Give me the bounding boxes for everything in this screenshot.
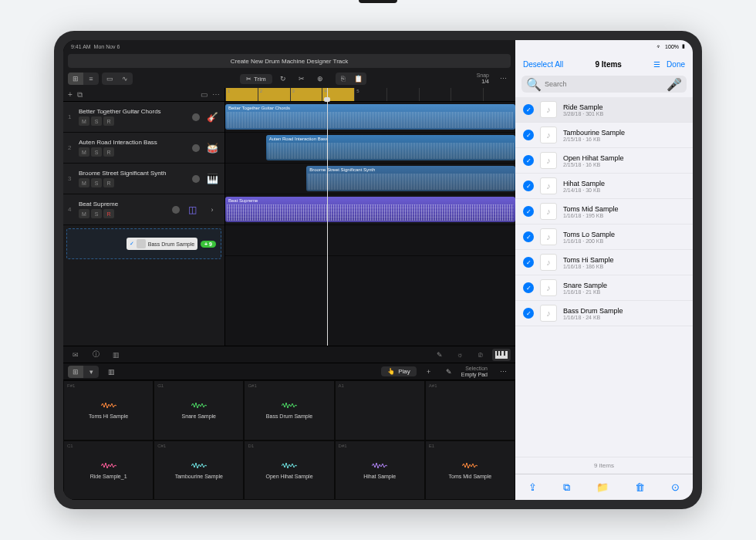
solo-button[interactable]: S (91, 209, 102, 218)
more-icon[interactable]: ⊙ (671, 481, 680, 493)
pad-more-button[interactable]: ⋯ (495, 366, 511, 378)
volume-knob[interactable] (192, 113, 200, 121)
sliders-icon[interactable]: ⎚ (472, 349, 488, 361)
pad-list-button[interactable]: ▾ (83, 366, 99, 378)
record-button[interactable]: R (103, 147, 114, 157)
snap-indicator[interactable]: Snap 1/4 (474, 73, 492, 84)
record-button[interactable]: R (103, 209, 114, 218)
ruler-bar[interactable]: 1 (225, 88, 258, 101)
drum-pad[interactable]: E1 Toms Mid Sample (425, 440, 515, 501)
view-list-button[interactable]: ≡ (83, 73, 99, 85)
view-grid-button[interactable]: ⊞ (68, 73, 83, 85)
volume-knob[interactable] (172, 206, 180, 214)
deselect-all-button[interactable]: Deselect All (523, 60, 563, 69)
record-button[interactable]: R (103, 178, 114, 187)
playhead[interactable] (327, 88, 328, 346)
drum-pad[interactable]: C#1 Tambourine Sample (154, 440, 244, 501)
track-header[interactable]: 2 Auten Road Interaction Bass M S R 🥁 (63, 133, 224, 164)
checkbox-checked-icon[interactable]: ✓ (523, 257, 534, 268)
share-icon[interactable]: ⇪ (528, 481, 537, 493)
drum-pad[interactable]: C1 Ride Sample_1 (63, 440, 154, 501)
drum-pad[interactable]: D#1 Hihat Sample (335, 440, 425, 501)
timeline-ruler[interactable]: 12345 (225, 88, 515, 102)
add-pad-button[interactable]: + (421, 366, 437, 378)
file-row[interactable]: ✓ ♪ Tambourine Sample 2/15/18 · 16 KB (515, 123, 693, 148)
file-row[interactable]: ✓ ♪ Snare Sample 1/16/18 · 21 KB (515, 275, 693, 301)
timeline[interactable]: 12345 Better Together Guitar Chords Aute… (225, 88, 515, 346)
file-list[interactable]: ✓ ♪ Ride Sample 3/28/18 · 301 KB ✓ ♪ Tam… (515, 97, 693, 457)
checkbox-checked-icon[interactable]: ✓ (523, 130, 534, 140)
pencil-icon[interactable]: ✎ (432, 349, 447, 361)
automation-button[interactable]: ∿ (117, 73, 133, 85)
inbox-icon[interactable]: ✉ (68, 349, 83, 361)
library-icon[interactable]: ▥ (108, 349, 123, 361)
drum-pad[interactable]: D1 Open Hihat Sample (244, 440, 334, 501)
paste-button[interactable]: 📋 (351, 73, 366, 85)
ruler-bar[interactable] (483, 88, 515, 101)
file-row[interactable]: ✓ ♪ Bass Drum Sample 1/16/18 · 24 KB (515, 301, 693, 326)
mic-icon[interactable]: 🎤 (667, 77, 682, 92)
play-button[interactable]: 👆Play (381, 366, 417, 376)
duplicate-track-button[interactable]: ⧉ (77, 90, 83, 100)
info-icon[interactable]: ⓘ (88, 349, 103, 361)
drum-pad[interactable]: F#1 Toms Hi Sample (63, 380, 154, 440)
pad-grid-button[interactable]: ⊞ (68, 366, 83, 378)
checkbox-checked-icon[interactable]: ✓ (523, 231, 534, 242)
mute-button[interactable]: M (79, 178, 89, 187)
checkbox-checked-icon[interactable]: ✓ (523, 155, 534, 166)
ruler-bar[interactable]: 3 (290, 88, 322, 101)
join-button[interactable]: ⊕ (312, 73, 328, 85)
volume-knob[interactable] (192, 144, 200, 152)
ruler-bar[interactable]: 5 (354, 88, 386, 101)
file-row[interactable]: ✓ ♪ Open Hihat Sample 2/15/18 · 16 KB (515, 148, 693, 174)
search-input[interactable] (545, 80, 663, 88)
done-button[interactable]: Done (667, 60, 685, 69)
solo-button[interactable]: S (91, 116, 102, 126)
volume-knob[interactable] (192, 175, 200, 183)
folder-icon[interactable]: 📁 (596, 481, 609, 493)
trim-tool-button[interactable]: ✂Trim (240, 74, 272, 84)
ruler-bar[interactable] (451, 88, 483, 101)
ruler-bar[interactable] (386, 88, 419, 101)
more-button[interactable]: ⋯ (495, 73, 511, 85)
drum-pad[interactable]: A1 (335, 380, 425, 440)
file-row[interactable]: ✓ ♪ Toms Lo Sample 1/16/18 · 200 KB (515, 224, 693, 250)
file-row[interactable]: ✓ ♪ Hihat Sample 2/14/18 · 30 KB (515, 174, 693, 199)
track-header[interactable]: 1 Better Together Guitar Chords M S R 🎸 (63, 102, 224, 133)
trash-icon[interactable]: 🗑 (635, 481, 645, 493)
brightness-icon[interactable]: ☼ (452, 349, 467, 361)
loop-button[interactable]: ↻ (275, 73, 291, 85)
duplicate-icon[interactable]: ⧉ (563, 481, 570, 494)
track-header[interactable]: 4 Beat Supreme M S R ◫ › (63, 194, 224, 225)
file-row[interactable]: ✓ ♪ Toms Mid Sample 1/16/18 · 195 KB (515, 199, 693, 224)
checkbox-checked-icon[interactable]: ✓ (523, 181, 534, 191)
drop-zone[interactable]: ✓ Bass Drum Sample + 9 (66, 228, 221, 259)
ruler-bar[interactable] (419, 88, 451, 101)
checkbox-checked-icon[interactable]: ✓ (523, 282, 534, 293)
file-row[interactable]: ✓ ♪ Ride Sample 3/28/18 · 301 KB (515, 97, 693, 123)
drum-pad[interactable]: A#1 (425, 380, 515, 440)
list-view-icon[interactable]: ☰ (653, 60, 660, 69)
drum-pad[interactable]: G1 Snare Sample (154, 380, 244, 440)
ruler-bar[interactable]: 2 (258, 88, 290, 101)
copy-button[interactable]: ⎘ (336, 73, 351, 85)
region-view-button[interactable]: ▭ (102, 73, 117, 85)
file-row[interactable]: ✓ ♪ Toms Hi Sample 1/16/18 · 186 KB (515, 250, 693, 275)
add-track-button[interactable]: + (68, 90, 73, 99)
checkbox-checked-icon[interactable]: ✓ (523, 104, 534, 115)
checkbox-checked-icon[interactable]: ✓ (523, 206, 534, 217)
more-tracks-button[interactable]: ⋯ (212, 90, 220, 99)
keyboard-button[interactable] (492, 349, 511, 361)
mute-button[interactable]: M (79, 116, 89, 126)
cut-button[interactable]: ✂ (294, 73, 309, 85)
solo-button[interactable]: S (91, 147, 102, 157)
edit-pad-button[interactable]: ✎ (441, 366, 457, 378)
mute-button[interactable]: M (79, 209, 89, 218)
expand-track-button[interactable]: › (204, 204, 220, 216)
mute-button[interactable]: M (79, 147, 89, 157)
checkbox-checked-icon[interactable]: ✓ (523, 308, 534, 319)
record-button[interactable]: R (103, 116, 114, 126)
collapse-button[interactable]: ▭ (201, 90, 208, 99)
pad-library-button[interactable]: ▥ (103, 366, 119, 378)
drum-pad[interactable]: G#1 Bass Drum Sample (244, 380, 334, 440)
